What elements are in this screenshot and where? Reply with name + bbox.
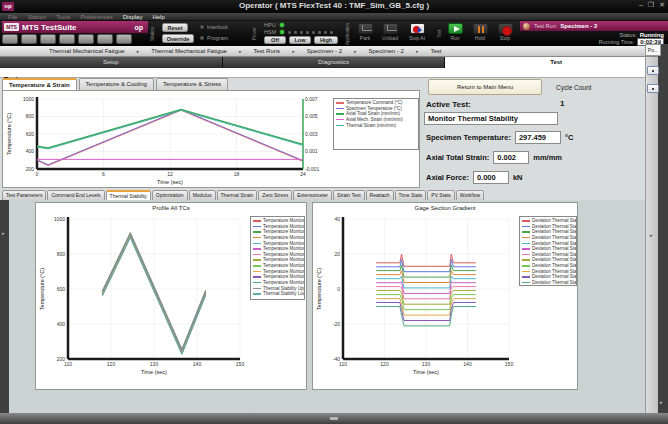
override-button[interactable]: Override (162, 34, 194, 43)
breadcrumb-separator-icon: ▸ (231, 48, 250, 54)
side-panel-button-1[interactable] (647, 66, 659, 75)
svg-text:20: 20 (334, 251, 340, 257)
application-window: op Operator ( MTS FlexTest 40 : TMF_Sim_… (0, 0, 668, 424)
svg-text:600: 600 (26, 131, 35, 137)
svg-text:800: 800 (26, 113, 35, 119)
status-label: Status: (620, 32, 637, 38)
breadcrumb-item[interactable]: Test (426, 48, 445, 54)
left-collapsed-panel-strip[interactable]: ▸ (0, 200, 9, 413)
title-bar: op Operator ( MTS FlexTest 40 : TMF_Sim_… (0, 0, 668, 13)
mts-logo: MTS (4, 23, 19, 31)
review-icon[interactable] (97, 34, 113, 44)
menu-display[interactable]: Display (118, 14, 148, 20)
run-info-block: Test Run: Specimen - 2 Status: Running R… (520, 21, 668, 46)
breadcrumb-separator-icon: ▸ (129, 48, 148, 54)
tab-diagnostics[interactable]: Diagnostics (223, 57, 446, 68)
application-group-label: Application (345, 22, 350, 45)
app-name: MTS TestSuite (22, 23, 134, 32)
gage-section-gradient-panel: Gage Section Gradient -40-20020401101201… (312, 202, 578, 390)
svg-text:Time (sec): Time (sec) (157, 179, 183, 185)
tab-temperature-stress[interactable]: Temperature & Stress (156, 78, 228, 90)
tab-temperature-cooling[interactable]: Temperature & Cooling (79, 78, 154, 90)
menu-file[interactable]: File (3, 14, 23, 20)
minimize-button[interactable]: – (639, 1, 643, 9)
hold-icon (473, 23, 488, 34)
axial-force-row: Axial Force: 0.000 kN (426, 171, 523, 184)
unload-icon (383, 23, 398, 34)
reset-button[interactable]: Reset (162, 23, 188, 32)
run-icon (448, 23, 463, 34)
tab-test[interactable]: Test (445, 57, 668, 68)
expand-right-panel-icon[interactable]: ▸ (650, 232, 653, 238)
power-off-button[interactable]: Off (264, 36, 286, 44)
cycle-count-label: Cycle Count (556, 84, 591, 91)
stop-button[interactable]: Stop (495, 23, 515, 41)
svg-text:0.007: 0.007 (305, 96, 318, 102)
svg-text:-20: -20 (333, 321, 340, 327)
station-group-label: Station (150, 22, 155, 45)
return-to-main-menu-button[interactable]: Return to Main Menu (428, 79, 542, 95)
svg-text:1000: 1000 (23, 96, 34, 102)
svg-text:0.003: 0.003 (305, 131, 318, 137)
close-button[interactable]: ✕ (659, 1, 665, 9)
open-test-icon[interactable] (21, 34, 37, 44)
breadcrumb-item[interactable]: Test Runs (249, 48, 284, 54)
hpu-label: HPU (264, 22, 276, 28)
content-area: Setup Diagnostics Test Test Temperature … (0, 57, 668, 413)
svg-text:1000: 1000 (54, 216, 65, 222)
park-button[interactable]: Park (355, 23, 375, 41)
menu-tools[interactable]: Tools (51, 14, 75, 20)
breadcrumb: Thermal Mechanical Fatigue ▸ Thermal Mec… (0, 46, 668, 57)
breadcrumb-item[interactable]: Thermal Mechanical Fatigue (45, 48, 129, 54)
svg-text:Time (sec): Time (sec) (141, 369, 167, 375)
svg-text:0: 0 (36, 171, 39, 177)
open-specimen-icon[interactable] (59, 34, 75, 44)
svg-text:-0.001: -0.001 (305, 166, 319, 172)
svg-text:Time (sec): Time (sec) (413, 369, 439, 375)
side-panel-button-2[interactable] (647, 84, 659, 93)
menu-help[interactable]: Help (147, 14, 169, 20)
svg-text:120: 120 (380, 361, 389, 367)
menu-bar: File Station Tools Preferences Display H… (0, 13, 668, 21)
svg-text:24: 24 (300, 171, 306, 177)
svg-text:200: 200 (26, 166, 35, 172)
program-indicator (200, 36, 204, 40)
menu-preferences[interactable]: Preferences (75, 14, 117, 20)
interlock-indicator (200, 25, 204, 29)
bottom-splitter-bar[interactable] (0, 413, 668, 424)
profile-all-tcs-chart: 2004006008001000110120130140150Time (sec… (38, 214, 248, 376)
new-test-icon[interactable] (2, 34, 18, 44)
new-specimen-icon[interactable] (40, 34, 56, 44)
unload-button[interactable]: Unload (380, 23, 400, 41)
right-splitter-strip[interactable]: ▸ (645, 57, 658, 413)
gage-chart-title: Gage Section Gradient (313, 205, 577, 211)
breadcrumb-item[interactable]: Specimen - 2 (303, 48, 346, 54)
stop-at-button[interactable]: Stop At (407, 23, 427, 41)
svg-text:18: 18 (234, 171, 240, 177)
svg-text:400: 400 (57, 321, 66, 327)
gage-section-gradient-legend: Deviation Thermal Stability - 1Deviation… (519, 216, 577, 286)
main-tab-strip: Setup Diagnostics Test (0, 57, 668, 68)
menu-station[interactable]: Station (23, 14, 52, 20)
temperature-strain-legend: Temperature Command (°C)Specimen Tempera… (333, 98, 419, 150)
breadcrumb-item[interactable]: Specimen - 2 (365, 48, 408, 54)
export-icon[interactable] (78, 34, 94, 44)
right-edge-arrow-icon[interactable]: ▸ (660, 399, 663, 405)
svg-text:800: 800 (57, 251, 66, 257)
stop-at-icon (410, 23, 425, 34)
power-low-button[interactable]: Low (289, 36, 311, 44)
hold-button[interactable]: Hold (470, 23, 490, 41)
svg-text:Temperature (°C): Temperature (°C) (39, 268, 45, 310)
save-icon[interactable] (116, 34, 132, 44)
tab-temperature-strain[interactable]: Temperature & Strain (2, 78, 77, 90)
hsm-led (280, 30, 284, 34)
power-side-tab[interactable]: Po... (645, 44, 661, 56)
splitter-grip[interactable] (330, 417, 338, 420)
maximize-button[interactable]: ❐ (648, 1, 654, 9)
run-button[interactable]: Run (445, 23, 465, 41)
power-high-button[interactable]: High (314, 36, 338, 44)
expand-left-panel-icon[interactable]: ▸ (2, 230, 5, 236)
svg-text:12: 12 (167, 171, 173, 177)
tab-setup[interactable]: Setup (0, 57, 223, 68)
breadcrumb-item[interactable]: Thermal Mechanical Fatigue (147, 48, 231, 54)
